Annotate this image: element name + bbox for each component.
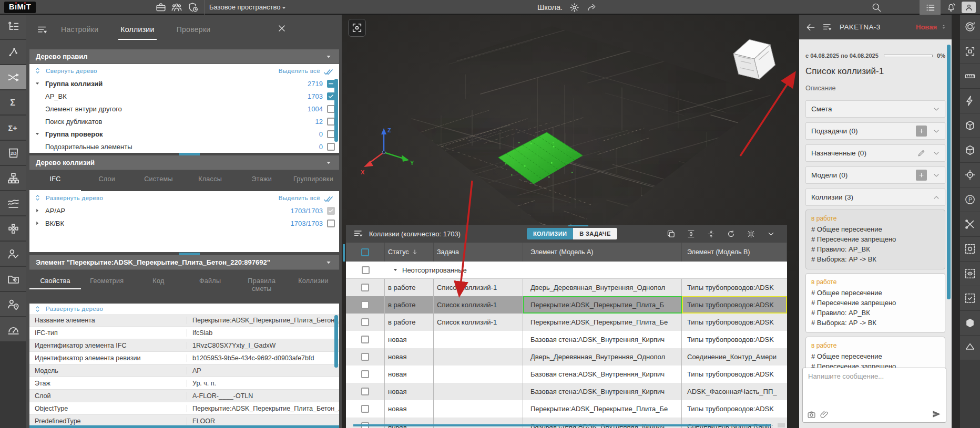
table-group-row[interactable]: Неотсортированные (346, 262, 787, 279)
table-row[interactable]: новаяБазовая стена:ADSK_Внутренняя_Кирпи… (346, 383, 787, 400)
table-horizontal-scrollbar[interactable] (353, 424, 771, 426)
property-row[interactable]: Название элементаПерекрытие:ADSK_Перекры… (29, 314, 339, 327)
rules-tree-row[interactable]: Поиск дубликатов12 (29, 115, 339, 128)
table-row[interactable]: в работеСписок коллизий-1Перекрытие:ADSK… (346, 296, 787, 314)
element-tab-collisions[interactable]: Коллизии (288, 271, 339, 289)
message-input[interactable]: Напишите сообщение... (802, 368, 946, 423)
select-all-icon[interactable] (323, 194, 334, 202)
navigation-cube[interactable] (728, 33, 781, 85)
row-checkbox[interactable] (361, 370, 369, 378)
sheet-2d-button[interactable]: 2D (0, 141, 26, 166)
expand-tree-link[interactable]: Развернуть дерево (46, 306, 103, 312)
status-sort-icon[interactable] (940, 23, 947, 30)
collision-tree-tab-floors[interactable]: Этажи (236, 170, 288, 191)
expand-tree-link[interactable]: Развернуть дерево (46, 195, 103, 201)
collapse-section-icon[interactable] (324, 159, 333, 167)
collapse-section-icon[interactable] (324, 53, 333, 61)
column-header-task[interactable]: Задача (434, 243, 523, 262)
user-check-button[interactable] (0, 242, 26, 267)
task-menu-icon[interactable] (822, 22, 833, 33)
table-mode-in-task-button[interactable]: В ЗАДАЧЕ (573, 228, 617, 239)
table-row[interactable]: в работеСписок коллизий-1Дверь_Деревянна… (346, 279, 787, 296)
element-header[interactable]: Элемент "Перекрытие:ADSK_Перекрытие_Плит… (29, 255, 339, 270)
box-button[interactable] (960, 113, 980, 138)
section-plane-button[interactable] (960, 336, 980, 360)
element-tab-properties[interactable]: Свойства (29, 271, 81, 289)
share-icon[interactable] (586, 3, 596, 13)
plugins-button[interactable] (0, 216, 26, 242)
properties-scrollbar[interactable] (334, 315, 338, 368)
collapse-tree-icon[interactable] (34, 67, 42, 75)
collision-tree-header[interactable]: Дерево коллизий (29, 155, 339, 170)
tree-caret-icon[interactable] (34, 80, 41, 87)
panel-menu-icon[interactable] (37, 24, 48, 36)
table-row[interactable]: новаяПерекрытие:ADSK_Перекрытие_Плита_Бе… (346, 400, 787, 417)
property-row[interactable]: Идентификатор элемента IFC1RvzC80SX7Yxty… (29, 339, 339, 352)
panel-tab-checks[interactable]: Проверки (175, 21, 213, 40)
row-checkbox[interactable] (361, 301, 369, 309)
tree-row-checkbox[interactable] (327, 105, 335, 113)
element-tab-code[interactable]: Код (132, 271, 184, 289)
viewpoint-capture-button[interactable] (348, 19, 366, 37)
table-row[interactable]: новаяБазовая стена:ADSK_Внутренняя_Кирпи… (346, 331, 787, 348)
team-icon[interactable] (171, 2, 182, 13)
tree-row-checkbox[interactable] (327, 80, 335, 88)
rules-tree-row[interactable]: Группа проверок0 (29, 128, 339, 140)
screenshot-button[interactable] (960, 39, 980, 64)
element-tab-estimate-rules[interactable]: Правила сметы (236, 271, 288, 297)
select-all-checkbox[interactable] (361, 248, 369, 256)
table-row[interactable]: новаяДверь_Деревянная_Внутренняя_Однопол… (346, 348, 787, 366)
charts-button[interactable] (0, 191, 26, 216)
task-section[interactable]: Смета (805, 100, 945, 118)
refresh-icon[interactable] (727, 229, 736, 238)
search-icon[interactable] (871, 2, 882, 13)
tree-caret-icon[interactable] (34, 130, 41, 138)
column-header-status[interactable]: Статус (385, 243, 434, 262)
row-checkbox[interactable] (361, 284, 369, 291)
table-menu-icon[interactable] (353, 228, 364, 239)
row-checkbox[interactable] (361, 388, 369, 395)
attach-photo-icon[interactable] (807, 410, 816, 419)
back-icon[interactable] (805, 22, 816, 33)
collapse-rows-icon[interactable] (707, 229, 716, 238)
chevron-down-icon[interactable] (932, 149, 941, 158)
row-checkbox[interactable] (361, 318, 369, 326)
rules-tree-scrollbar[interactable] (334, 79, 338, 142)
rules-tree-header[interactable]: Дерево правил (29, 49, 339, 64)
scheme-button[interactable] (0, 166, 26, 191)
add-button[interactable] (916, 170, 927, 181)
collision-card[interactable]: в работе# Общее пересечение# Пересечение… (805, 210, 945, 269)
copy-icon[interactable] (667, 229, 676, 238)
collapse-section-icon[interactable] (324, 258, 333, 267)
task-section[interactable]: Назначенные (0) (805, 144, 945, 162)
attach-file-icon[interactable] (820, 410, 829, 419)
element-tab-files[interactable]: Файлы (185, 271, 236, 289)
tree-row-checkbox[interactable] (327, 143, 335, 151)
close-panel-icon[interactable] (277, 23, 287, 34)
collapse-tree-link[interactable]: Свернуть дерево (46, 68, 97, 74)
workspace-caret-icon[interactable] (280, 4, 288, 12)
rules-tree-row[interactable]: Элемент внтури другого1004 (29, 102, 339, 115)
collision-tree-tab-ifc[interactable]: IFC (29, 170, 81, 191)
tree-row-checkbox[interactable] (327, 118, 335, 126)
tree-row-checkbox[interactable] (327, 92, 335, 100)
collision-tree-tab-systems[interactable]: Системы (132, 170, 184, 191)
select-all-link[interactable]: Выделить всё (279, 68, 320, 74)
panel-tab-settings[interactable]: Настройки (59, 21, 100, 40)
locate-button[interactable] (960, 163, 980, 187)
rules-tree-row[interactable]: АР_ВК1703 (29, 90, 339, 102)
tree-row-checkbox[interactable] (327, 220, 335, 227)
table-row[interactable]: новаяБазовая стена:ADSK_Внутренняя_Кирпи… (346, 366, 787, 383)
column-header-element-b[interactable]: Элемент (Модель B) (682, 243, 787, 262)
app-logo[interactable]: BıMıT (4, 2, 36, 13)
property-row[interactable]: ЭтажУр. ч. п. (29, 377, 339, 390)
column-header-element-a[interactable]: Элемент (Модель A) (523, 243, 682, 262)
property-row[interactable]: ObjectTypeПерекрытие:ADSK_Перекрытие_Пли… (29, 402, 339, 415)
panel-tab-collisions[interactable]: Коллизии (118, 21, 156, 40)
table-scrollbar-handle[interactable] (778, 423, 785, 427)
property-row[interactable]: Идентификатор элемента ревизииb1205953-9… (29, 352, 339, 364)
settings-icon[interactable] (747, 229, 756, 238)
collision-tree-row[interactable]: АР/АР1703/1703 (29, 204, 339, 217)
cut-button[interactable] (960, 212, 980, 237)
table-left-scrollbar[interactable] (343, 244, 345, 262)
